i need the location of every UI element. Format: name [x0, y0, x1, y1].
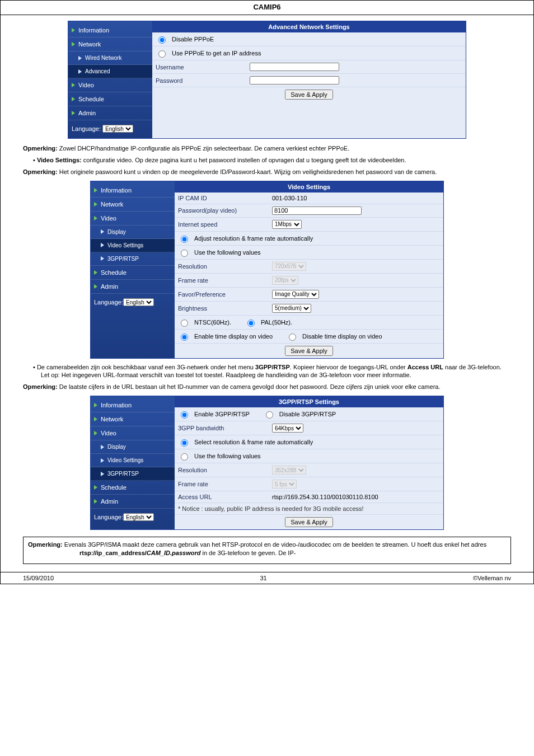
row-label: Use PPPoE to get an IP address: [172, 50, 261, 57]
panel-content: Advanced Network Settings Disable PPPoE …: [152, 21, 466, 138]
row-label: Use the following values: [194, 453, 261, 459]
sidebar-label: Video Settings: [107, 457, 143, 463]
enable-time-radio[interactable]: [181, 334, 188, 341]
sidebar-wired-network[interactable]: Wired Network: [68, 51, 152, 65]
sidebar-information[interactable]: Information: [91, 398, 175, 412]
row-label: Username: [156, 64, 245, 71]
chevron-right-icon: [94, 499, 97, 504]
row-label: Password(play video): [178, 207, 268, 214]
language-select[interactable]: English: [102, 125, 133, 133]
sidebar-display[interactable]: Display: [91, 440, 175, 454]
sidebar-label: Advanced: [85, 68, 110, 74]
chevron-right-icon: [94, 403, 97, 407]
chevron-right-icon: [94, 188, 97, 192]
internet-speed-row: Internet speed1Mbps: [175, 218, 443, 232]
chevron-right-icon: [94, 485, 97, 490]
resolution-select: 720x576: [272, 262, 306, 271]
sidebar-admin[interactable]: Admin: [91, 495, 175, 509]
sidebar-label: Network: [78, 41, 101, 48]
save-button[interactable]: Save & Apply: [285, 90, 332, 100]
sidebar-video[interactable]: Video: [91, 212, 175, 226]
row-label: Brightness: [178, 305, 268, 312]
ntsc-radio[interactable]: [181, 320, 188, 327]
favor-select[interactable]: Image Quality: [272, 290, 319, 299]
bandwidth-row: 3GPP bandwidth64Kbps: [175, 421, 443, 435]
row-label: Password: [156, 77, 245, 84]
sidebar-video[interactable]: Video: [91, 426, 175, 440]
play-password-input[interactable]: [272, 206, 362, 215]
bandwidth-select[interactable]: 64Kbps: [272, 424, 303, 433]
chevron-right-icon: [101, 256, 104, 261]
sidebar-network[interactable]: Network: [91, 198, 175, 212]
panel-content: Video Settings IP CAM ID001-030-110 Pass…: [175, 181, 443, 358]
pal-radio[interactable]: [247, 320, 255, 327]
internet-speed-select[interactable]: 1Mbps: [272, 220, 302, 229]
sidebar-label: Information: [101, 187, 132, 194]
disable-time-radio[interactable]: [289, 334, 296, 341]
sidebar-3gpp-rtsp[interactable]: 3GPP/RTSP: [91, 252, 175, 266]
opmerking-2: Opmerking: Het originele paswoord kunt u…: [23, 168, 511, 176]
row-label: IP CAM ID: [178, 195, 268, 201]
sidebar-video-settings[interactable]: Video Settings: [91, 454, 175, 467]
username-input[interactable]: [250, 63, 339, 71]
language-select[interactable]: English: [123, 513, 154, 521]
enable-3gpp-radio[interactable]: [181, 411, 188, 419]
sidebar-schedule[interactable]: Schedule: [68, 92, 152, 106]
sidebar-label: 3GPP/RTSP: [107, 471, 139, 477]
language-select[interactable]: English: [123, 298, 154, 306]
sidebar-admin[interactable]: Admin: [68, 106, 152, 120]
adjust-auto-radio[interactable]: [181, 236, 188, 243]
sidebar-video-settings[interactable]: Video Settings: [91, 239, 175, 252]
sidebar-schedule[interactable]: Schedule: [91, 481, 175, 495]
row-label: Disable PPPoE: [172, 36, 214, 43]
sidebar-label: Admin: [101, 283, 118, 290]
use-following-radio[interactable]: [181, 250, 188, 257]
sidebar: Information Network Video Display Video …: [91, 181, 175, 358]
save-button[interactable]: Save & Apply: [285, 517, 332, 527]
sidebar-network[interactable]: Network: [91, 412, 175, 426]
opmerking-3: Opmerking: De laatste cijfers in de URL …: [23, 383, 511, 391]
sidebar-label: Schedule: [101, 269, 127, 276]
language-label: Language:: [72, 125, 101, 132]
use-following-row: Use the following values: [175, 246, 443, 260]
row-label: 3GPP bandwidth: [178, 425, 268, 431]
footer-page: 31: [260, 575, 266, 581]
sidebar-3gpp-rtsp[interactable]: 3GPP/RTSP: [91, 467, 175, 481]
framerate-select: 5 fps: [272, 480, 297, 489]
use-following-radio[interactable]: [181, 453, 188, 461]
ntsc-label: NTSC(60Hz).: [194, 319, 231, 326]
use-following-row: Use the following values: [175, 449, 443, 463]
row-label: Frame rate: [178, 481, 268, 487]
row-label: Access URL: [178, 494, 268, 500]
panel-header: Advanced Network Settings: [152, 21, 466, 32]
use-pppoe-radio[interactable]: [158, 50, 166, 58]
sidebar-advanced[interactable]: Advanced: [68, 65, 152, 78]
page-footer: 15/09/2010 31 ©Velleman nv: [1, 572, 533, 581]
disable-3gpp-radio[interactable]: [266, 411, 273, 419]
row-label: Resolution: [178, 467, 268, 473]
enable-row: Enable 3GPP/RTSPDisable 3GPP/RTSP: [175, 407, 443, 421]
sidebar-admin[interactable]: Admin: [91, 280, 175, 294]
opmerking-1: Opmerking: Zowel DHCP/handmatige IP-conf…: [23, 144, 511, 153]
chevron-right-icon: [72, 42, 75, 46]
password-input[interactable]: [250, 76, 339, 84]
sidebar-video[interactable]: Video: [68, 78, 152, 92]
chevron-right-icon: [72, 83, 75, 87]
row-label: Favor/Preference: [178, 291, 268, 298]
sidebar-network[interactable]: Network: [68, 37, 152, 51]
sidebar-information[interactable]: Information: [91, 184, 175, 198]
sidebar-information[interactable]: Information: [68, 24, 152, 37]
save-button[interactable]: Save & Apply: [285, 346, 332, 356]
sidebar-label: Video: [101, 215, 116, 222]
disable-pppoe-radio[interactable]: [158, 36, 166, 44]
sidebar-display[interactable]: Display: [91, 226, 175, 239]
sidebar-label: Video Settings: [107, 242, 143, 248]
sidebar-label: Video: [101, 430, 116, 436]
select-auto-radio[interactable]: [181, 439, 188, 447]
brightness-select[interactable]: 5(medium): [272, 304, 311, 313]
sidebar-schedule[interactable]: Schedule: [91, 266, 175, 280]
language-label: Language:: [94, 299, 123, 306]
sidebar-label: Information: [78, 27, 109, 34]
sidebar-label: Schedule: [101, 484, 127, 491]
ipcamid-row: IP CAM ID001-030-110: [175, 192, 443, 204]
